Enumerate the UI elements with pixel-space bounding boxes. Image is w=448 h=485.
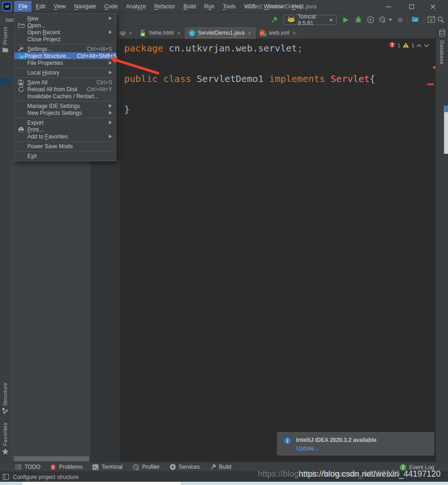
editor-tab-hehe-html[interactable]: Hhehe.html×	[136, 27, 184, 39]
toolwindow-button-services[interactable]: Services	[170, 464, 200, 470]
menubar-item-build[interactable]: Build	[179, 1, 200, 12]
menu-item-add-to-favorites[interactable]: Add to Favorites	[14, 133, 116, 140]
code-line: public class ServletDemo1 implements Ser…	[124, 71, 375, 87]
menubar-item-tools[interactable]: Tools	[219, 1, 240, 12]
page-white-segment	[22, 482, 181, 485]
database-icon	[439, 30, 445, 38]
menu-item-save-all[interactable]: Save AllCtrl+S	[14, 79, 116, 86]
toolwindow-button-label: TODO	[25, 464, 40, 470]
chevron-down-icon	[329, 17, 333, 23]
tab-label: ServletDemo1.java	[198, 30, 245, 36]
run-with-coverage-button[interactable]	[367, 16, 374, 23]
search-everywhere-button[interactable]	[437, 16, 444, 23]
intellij-logo-icon: IJ	[2, 2, 12, 11]
menubar-item-view[interactable]: View	[50, 1, 70, 12]
inspections-widget[interactable]: 1 1	[389, 42, 429, 49]
toolwindow-button-problems[interactable]: Problems	[50, 464, 82, 470]
toolwindow-button-terminal[interactable]: Terminal	[92, 464, 122, 470]
tab-close-icon[interactable]: ×	[177, 30, 181, 37]
menu-item-label: Add to Favorites	[27, 133, 68, 140]
error-icon	[389, 42, 395, 49]
profiler-dropdown-icon[interactable]	[388, 19, 392, 21]
error-count: 1	[398, 43, 400, 48]
menubar-item-refactor[interactable]: Refactor	[150, 1, 179, 12]
menubar-item-navigate[interactable]: Navigate	[70, 1, 100, 12]
status-bar: Configure project structure	[0, 472, 448, 482]
menu-item-label: Open Recent	[27, 29, 60, 36]
editor-tab-servletdemo1-java[interactable]: CServletDemo1.java×	[185, 27, 256, 39]
todo-list-icon	[15, 464, 22, 470]
toolwindow-button-todo[interactable]: TODO	[15, 464, 40, 470]
update-link[interactable]: Update...	[296, 445, 319, 452]
profiler-button[interactable]	[379, 16, 386, 23]
close-button[interactable]	[425, 0, 440, 13]
menu-item-label: Settings...	[27, 46, 52, 52]
tab-close-icon[interactable]: ×	[248, 30, 252, 37]
run-window-button[interactable]	[428, 16, 435, 23]
project-structure-button[interactable]	[412, 16, 418, 22]
build-project-button[interactable]	[270, 16, 278, 24]
toolwindow-button-profiler[interactable]: Profiler	[133, 464, 160, 471]
run-configuration-selector[interactable]: Tomcat 8.5.61	[284, 15, 337, 25]
menu-item-reload-all-from-disk[interactable]: Reload All from DiskCtrl+Alt+Y	[14, 86, 116, 93]
run-button[interactable]	[343, 17, 349, 23]
menubar-item-file[interactable]: File	[14, 1, 32, 12]
menubar-item-run[interactable]: Run	[200, 1, 219, 12]
toolwindow-button-label: Profiler	[142, 464, 160, 470]
svg-text:H: H	[142, 32, 145, 36]
floppy-icon	[18, 80, 27, 85]
menu-item-power-save-mode[interactable]: Power Save Mode	[14, 143, 116, 150]
editor-area[interactable]: package cn.utkvrjan.web.servlet; public …	[90, 39, 435, 462]
menu-item-project-structure[interactable]: Project Structure...Ctrl+Alt+Shift+S	[14, 52, 116, 59]
submenu-arrow-icon	[108, 134, 112, 139]
menu-item-manage-ide-settings[interactable]: Manage IDE Settings	[14, 102, 116, 109]
menubar-item-analyze[interactable]: Analyze	[122, 1, 150, 12]
svg-text:C: C	[190, 30, 194, 35]
next-error-icon[interactable]	[424, 43, 429, 48]
menubar-item-edit[interactable]: Edit	[32, 1, 50, 12]
tab-close-icon[interactable]: ×	[293, 30, 297, 37]
menu-item-close-project[interactable]: Close Project	[14, 36, 116, 43]
menu-item-open[interactable]: Open...	[14, 22, 116, 29]
stripe-button-database[interactable]: Database	[436, 30, 448, 64]
menu-item-file-properties[interactable]: File Properties	[14, 59, 116, 66]
menu-item-export[interactable]: Export	[14, 119, 116, 126]
toolwindow-toggle-icon[interactable]	[3, 474, 9, 481]
toolwindow-button-label: Problems	[59, 464, 82, 470]
menu-item-settings[interactable]: Settings...Ctrl+Alt+S	[14, 45, 116, 52]
stripe-button-project[interactable]: Project	[0, 27, 10, 54]
tab-close-icon[interactable]: ×	[129, 30, 133, 37]
file-menu-popup: NewOpen...Open RecentClose ProjectSettin…	[14, 13, 116, 161]
prev-error-icon[interactable]	[416, 43, 422, 48]
menu-item-print[interactable]: Print...	[14, 126, 116, 133]
debug-button[interactable]	[355, 16, 362, 23]
menu-item-label: Exit	[27, 153, 37, 159]
intellij-idea-window: ProjectStructureFavorites package cn.utk…	[0, 0, 448, 485]
event-log-button[interactable]: 2 Event Log	[400, 462, 434, 472]
menubar-item-code[interactable]: Code	[100, 1, 122, 12]
editor-tab-sp[interactable]: sp×	[116, 27, 136, 39]
toolwindow-button-build[interactable]: Build	[210, 464, 232, 470]
stop-button[interactable]	[398, 17, 403, 23]
menu-item-new[interactable]: New	[14, 15, 116, 22]
warning-icon	[403, 42, 409, 49]
menu-item-local-history[interactable]: Local History	[14, 69, 116, 76]
menu-item-open-recent[interactable]: Open Recent	[14, 29, 116, 36]
stripe-button-structure[interactable]: Structure	[0, 383, 10, 415]
editor-tab-web-xml[interactable]: <>web.xml×	[256, 27, 301, 39]
project-panel-hscrollbar[interactable]	[14, 456, 89, 461]
folder-open-icon	[18, 23, 27, 28]
stripe-button-favorites[interactable]: Favorites	[0, 422, 10, 456]
maximize-button[interactable]	[404, 0, 419, 13]
project-structure-icon	[18, 53, 25, 59]
menu-item-invalidate-caches-restart[interactable]: Invalidate Caches / Restart...	[14, 93, 116, 100]
services-icon	[170, 464, 176, 470]
minimize-button[interactable]	[381, 0, 396, 13]
wrench-icon	[18, 46, 27, 52]
build-hammer-icon	[210, 464, 216, 470]
menu-item-exit[interactable]: Exit	[14, 152, 116, 159]
menu-item-new-projects-settings[interactable]: New Projects Settings	[14, 109, 116, 116]
clipped-popup-fragment	[444, 106, 448, 154]
refresh-icon	[18, 86, 27, 92]
menu-item-label: Reload All from Disk	[27, 86, 77, 93]
